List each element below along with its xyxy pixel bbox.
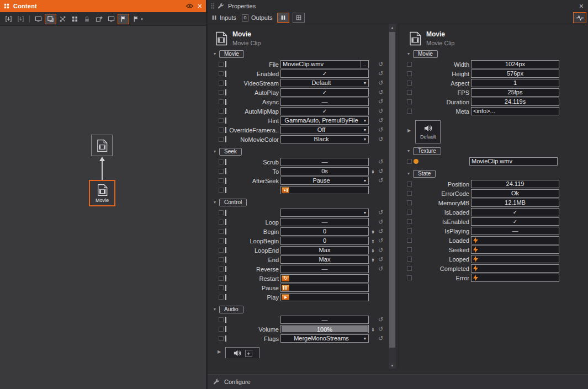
content-titlebar[interactable]: Content × — [0, 0, 206, 12]
row-checkbox[interactable] — [219, 248, 224, 253]
scrollbar[interactable]: ▲ ▼ — [389, 24, 396, 369]
lock-button[interactable] — [81, 14, 93, 24]
row-checkbox[interactable] — [407, 90, 412, 95]
reset-icon[interactable]: ↺ — [377, 326, 384, 333]
row-checkbox[interactable] — [219, 118, 224, 123]
row-checkbox[interactable] — [219, 178, 224, 183]
number-field[interactable]: 0 — [280, 227, 369, 236]
reset-icon[interactable]: ↺ — [377, 168, 384, 175]
content-close-icon[interactable]: × — [198, 2, 202, 10]
dropdown-field[interactable]: Black▼ — [280, 135, 369, 143]
animation-monitor-button[interactable] — [573, 12, 586, 23]
row-checkbox[interactable] — [219, 327, 224, 332]
row-checkbox[interactable] — [219, 62, 224, 67]
audio-device-box[interactable] — [225, 347, 259, 358]
row-checkbox[interactable] — [219, 159, 224, 164]
row-checkbox[interactable] — [219, 71, 224, 76]
event-field[interactable] — [280, 186, 369, 194]
row-checkbox[interactable] — [407, 200, 412, 205]
row-checkbox[interactable] — [219, 109, 224, 114]
row-checkbox[interactable] — [407, 219, 412, 224]
row-checkbox[interactable] — [219, 336, 224, 341]
scrollbar-thumb[interactable] — [389, 32, 395, 348]
value-spinner[interactable]: ▲▼ — [370, 248, 375, 253]
dropdown-field[interactable]: ▼ — [280, 209, 369, 217]
value-spinner[interactable]: ▲▼ — [370, 239, 375, 243]
row-checkbox[interactable] — [407, 238, 412, 243]
screen-button[interactable] — [33, 14, 44, 24]
section-collapse-icon[interactable]: ▾ — [407, 172, 410, 176]
number-field[interactable]: Max — [280, 246, 369, 254]
tab-inputs[interactable]: Inputs — [210, 14, 237, 21]
row-checkbox[interactable] — [219, 229, 224, 234]
number-field[interactable]: Max — [280, 255, 369, 264]
row-checkbox[interactable] — [219, 188, 224, 193]
package-add-button[interactable] — [93, 14, 105, 24]
import-content-button[interactable] — [3, 14, 14, 24]
value-spinner[interactable]: ▲▼ — [370, 230, 375, 234]
row-checkbox[interactable] — [407, 109, 412, 114]
row-checkbox[interactable] — [219, 220, 224, 225]
scroll-up-icon[interactable]: ▲ — [389, 24, 396, 30]
reset-icon[interactable]: ↺ — [377, 70, 384, 77]
node-canvas[interactable]: Movie — [0, 26, 206, 389]
route-arrows-button[interactable] — [57, 14, 68, 24]
row-checkbox[interactable] — [407, 99, 412, 104]
section-collapse-icon[interactable]: ▾ — [214, 307, 216, 312]
reset-icon[interactable]: ↺ — [377, 316, 384, 323]
reset-icon[interactable]: ↺ — [377, 79, 384, 87]
dropdown-field[interactable]: GammaAuto, PremulByFile▼ — [280, 116, 369, 125]
layer-view-button[interactable] — [45, 14, 56, 24]
row-checkbox[interactable] — [219, 210, 224, 215]
row-checkbox[interactable] — [407, 266, 412, 271]
monitor-button[interactable] — [105, 14, 117, 24]
row-checkbox[interactable] — [407, 257, 412, 262]
single-column-view-toggle[interactable] — [277, 13, 289, 23]
event-field[interactable] — [280, 284, 369, 292]
row-checkbox[interactable] — [219, 81, 224, 86]
reset-icon[interactable]: ↺ — [377, 117, 384, 124]
row-checkbox[interactable] — [219, 169, 224, 174]
row-checkbox[interactable] — [219, 90, 224, 95]
scroll-down-icon[interactable]: ▼ — [389, 363, 396, 369]
reset-icon[interactable]: ↺ — [377, 108, 384, 115]
row-checkbox[interactable] — [407, 191, 412, 196]
split-view-toggle[interactable] — [293, 13, 305, 23]
row-checkbox[interactable] — [219, 127, 224, 132]
reset-icon[interactable]: ↺ — [377, 177, 384, 184]
reset-icon[interactable]: ↺ — [377, 98, 384, 105]
value-spinner[interactable]: ▲▼ — [370, 258, 375, 262]
file-field[interactable]: MovieClip.wmv... — [280, 60, 369, 68]
row-checkbox[interactable] — [219, 137, 224, 142]
row-checkbox[interactable] — [407, 159, 412, 164]
row-checkbox[interactable] — [219, 99, 224, 104]
section-collapse-icon[interactable]: ▾ — [407, 149, 410, 153]
row-checkbox[interactable] — [407, 81, 412, 86]
texture-field[interactable]: MovieClip.wmv — [469, 157, 558, 166]
properties-header[interactable]: Properties × — [208, 0, 588, 12]
row-checkbox[interactable] — [219, 285, 224, 290]
row-checkbox[interactable] — [407, 62, 412, 67]
row-checkbox[interactable] — [407, 275, 412, 280]
movie-clip-node[interactable] — [91, 135, 113, 156]
reset-icon[interactable]: ↺ — [377, 335, 384, 342]
reset-icon[interactable]: ↺ — [377, 126, 384, 134]
expander-icon[interactable]: ▶ — [407, 129, 411, 133]
play-event-button[interactable] — [282, 294, 289, 300]
event-field[interactable]: ↻ — [280, 274, 369, 283]
slider-field[interactable]: 100% — [280, 325, 369, 333]
add-device-button[interactable] — [245, 350, 252, 357]
row-checkbox[interactable] — [407, 210, 412, 215]
row-checkbox[interactable] — [219, 295, 224, 300]
reset-icon[interactable]: ↺ — [377, 158, 384, 166]
reset-icon[interactable]: ↺ — [377, 228, 384, 235]
movie-node-selected[interactable]: Movie — [89, 180, 115, 206]
value-spinner[interactable]: ▲▼ — [370, 327, 375, 332]
row-checkbox[interactable] — [219, 238, 224, 243]
dropdown-field[interactable]: Pause▼ — [280, 177, 369, 185]
section-collapse-icon[interactable]: ▾ — [214, 150, 216, 154]
export-content-button[interactable] — [15, 14, 27, 24]
section-collapse-icon[interactable]: ▾ — [214, 200, 216, 205]
row-checkbox[interactable] — [219, 276, 224, 281]
restart-event-button[interactable]: ↻ — [282, 275, 289, 281]
